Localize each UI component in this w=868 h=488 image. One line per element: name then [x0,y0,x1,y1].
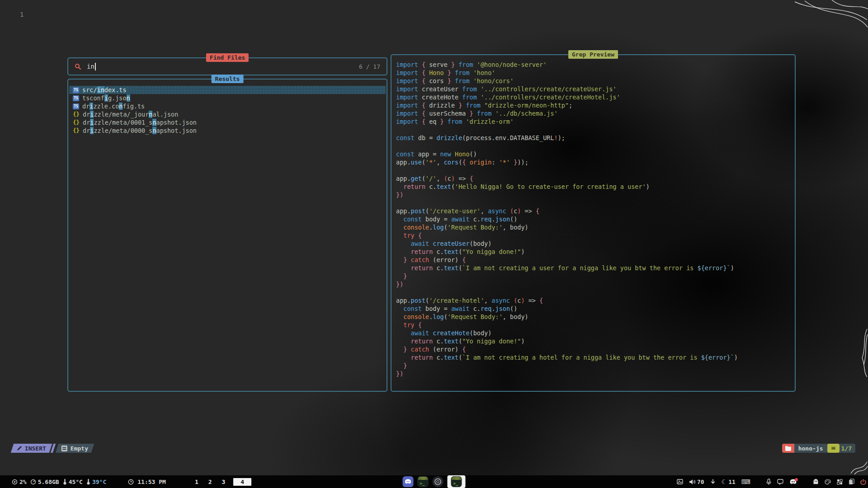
code-line: app.use('*', cors({ origin: '*' })); [396,158,793,166]
code-line: } catch (error) { [396,256,793,264]
clock-time: 11:53 PM [137,479,166,485]
memory-gauge-icon [30,479,36,485]
result-text: dr [82,103,90,110]
workspace-2[interactable]: 2 [207,479,214,485]
code-line [396,288,793,296]
code-line: return c.text('Hello Nigga! Go to create… [396,183,793,191]
code-line [396,199,793,207]
cpu-temp-stat: 45°C [63,479,83,485]
volume-widget[interactable]: 70 [689,479,704,485]
code-line [396,126,793,134]
typescript-file-icon: TS [73,87,79,93]
terminal-app-icon-active[interactable]: >_ [451,476,462,487]
clock-icon [128,479,134,485]
code-line: const app = new Hono() [396,150,793,158]
match-highlight: n [152,127,156,134]
ghost-icon[interactable] [813,479,819,485]
buffer-list-icon [61,446,67,451]
search-icon [75,63,81,70]
code-line: await createHote(body) [396,329,793,337]
memory-value: 5.68GB [38,479,59,485]
folder-icon [782,444,794,453]
code-preview: import { serve } from '@hono/node-server… [396,61,793,378]
code-line: import { serve } from '@hono/node-server… [396,61,793,69]
microphone-icon[interactable] [766,479,771,485]
project-segment: hono-js 1/7 [782,444,855,453]
result-text: dr [83,127,90,134]
result-item[interactable]: {}drizzle/meta/0001_snapshot.json [69,118,386,127]
screenshot-icon[interactable] [677,479,683,484]
discord-tray-icon[interactable] [789,479,797,485]
result-item[interactable]: TSsrc/index.ts [69,86,386,94]
result-item[interactable]: {}drizzle/meta/_journal.json [69,110,386,118]
match-highlight: i [90,119,94,126]
memory-stat: 5.68GB [30,479,59,485]
match-highlight: n [152,119,156,126]
match-highlight: i [90,103,93,110]
volume-value: 70 [697,479,704,485]
result-text: zzle/meta/_jour [94,111,149,118]
grid-icon[interactable] [837,479,843,485]
workspace-3[interactable]: 3 [220,479,227,485]
result-text: dr [83,111,90,118]
palette-icon[interactable] [825,479,831,485]
json-file-icon: {} [73,128,80,134]
desktop: 1 Find Files in 6 / 17 Results TSsrc/ind… [0,0,868,488]
result-text: dex.ts [104,86,127,94]
typescript-file-icon: TS [73,103,79,109]
result-item[interactable]: TSdrizzle.config.ts [69,102,386,110]
night-light-widget[interactable]: ☾ 11 [722,478,736,485]
code-line: await createUser(body) [396,239,793,248]
result-text: apshot.json [156,119,197,126]
chat-bubble-icon[interactable] [777,479,783,485]
gpu-temp-stat: 39°C [86,479,106,485]
code-line: } catch (error) { [396,345,793,353]
thermometer-icon [63,479,67,485]
discord-app-icon[interactable] [403,476,414,487]
download-arrow-icon[interactable] [710,479,716,485]
code-line: }) [396,280,793,288]
code-line: const body = await c.req.json() [396,305,793,313]
code-line: return c.text("Yo nigga done!") [396,248,793,256]
code-line: }) [396,370,793,378]
code-line: app.post('/create-hotel', async (c) => { [396,296,793,305]
discord-notification-badge [795,478,798,481]
taskbar: 2% 5.68GB 45°C 39°C [0,475,868,488]
result-item[interactable]: TStsconfig.json [69,94,386,102]
workspace-switcher: 1234 [193,478,251,486]
moon-icon: ☾ [722,478,727,485]
buffer-segment: Empty [56,444,94,453]
json-file-icon: {} [73,120,80,126]
result-text: zzle/meta/0000_s [94,127,152,134]
result-text: src/ [82,86,97,94]
result-text: apshot.json [156,127,197,134]
mode-label: INSERT [25,445,46,452]
result-item[interactable]: {}drizzle/meta/0000_snapshot.json [69,127,386,135]
find-files-panel: Find Files in 6 / 17 [67,57,387,75]
results-list: TSsrc/index.tsTStsconfig.jsonTSdrizzle.c… [69,86,386,135]
workspace-4-active[interactable]: 4 [233,478,251,486]
workspace-1[interactable]: 1 [193,479,200,485]
volume-icon [689,479,696,485]
code-line: const db = drizzle(process.env.DATABASE_… [396,134,793,142]
power-icon[interactable] [860,479,866,485]
search-input[interactable]: in [87,63,94,70]
result-text: zzle.co [93,103,119,110]
code-line: try { [396,231,793,239]
result-text: dr [83,119,90,126]
code-line: import { Hono } from 'hono' [396,69,793,77]
terminal-app-icon[interactable]: >_ [418,476,429,487]
result-text: tsconf [82,94,104,102]
gpu-temp-value: 39°C [92,479,106,485]
recorder-app-icon[interactable] [433,476,443,487]
project-name: hono-js [794,445,827,452]
cpu-temp-value: 45°C [69,479,83,485]
code-line: return c.text(`I am not creating a hotel… [396,353,793,361]
wallpaper-sketch-right-edge [861,328,868,378]
code-line: app.get('/', (c) => { [396,174,793,183]
text-cursor [95,63,96,70]
code-line: import { cors } from 'hono/cors' [396,77,793,85]
clipboard-icon[interactable] [849,479,854,485]
keyboard-icon[interactable]: ⌨ [741,478,750,485]
code-line: import createHote from '../controllers/c… [396,93,793,101]
